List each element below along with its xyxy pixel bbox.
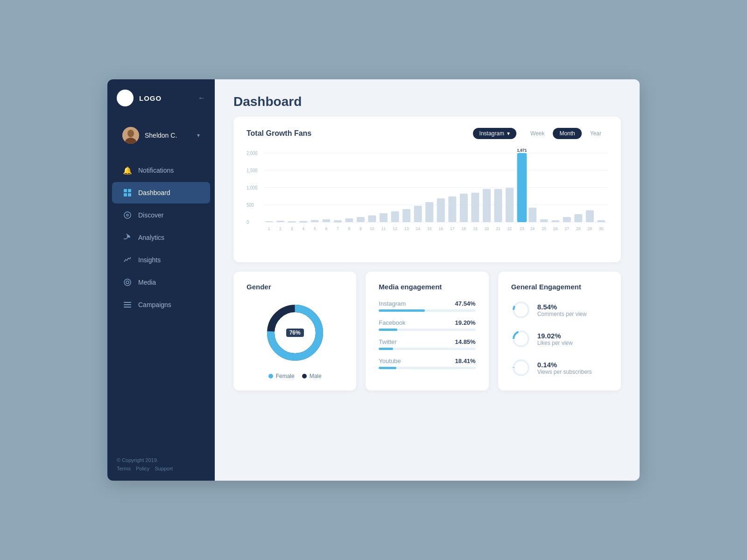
sidebar: LOGO ← Sheldon C. ▾ 🔔 Notifications (107, 79, 215, 481)
views-desc: Views per subscribers (537, 369, 592, 375)
instagram-label: Instagram (379, 300, 406, 307)
sidebar-item-dashboard[interactable]: Dashboard (112, 182, 210, 203)
svg-rect-50 (414, 206, 422, 222)
svg-point-7 (124, 212, 131, 218)
instagram-progress-bg (379, 309, 475, 312)
svg-rect-56 (448, 196, 456, 222)
logo-text: LOGO (139, 94, 192, 102)
sidebar-item-media[interactable]: Media (112, 272, 210, 293)
svg-text:1,671: 1,671 (517, 148, 527, 153)
youtube-label: Youtube (379, 357, 401, 364)
policy-link[interactable]: Policy (136, 466, 149, 471)
svg-text:19: 19 (473, 226, 478, 231)
analytics-icon (123, 233, 132, 242)
user-name: Sheldon C. (145, 132, 191, 139)
svg-rect-26 (276, 221, 284, 222)
sidebar-item-discover[interactable]: Discover (112, 204, 210, 226)
sidebar-footer: © Copyright 2019. Terms Policy Support (107, 448, 215, 481)
svg-text:16: 16 (439, 226, 444, 231)
main-header: Dashboard (215, 79, 640, 117)
bottom-cards: Gender 76% (233, 272, 621, 391)
week-filter-button[interactable]: Week (524, 128, 551, 139)
svg-text:4: 4 (302, 226, 304, 231)
svg-rect-68 (517, 153, 527, 222)
svg-text:1: 1 (268, 226, 270, 231)
support-link[interactable]: Support (155, 466, 173, 471)
svg-rect-79 (574, 214, 582, 222)
year-filter-button[interactable]: Year (584, 128, 608, 139)
svg-rect-11 (124, 302, 131, 303)
media-row-facebook: Facebook 19.20% (379, 319, 475, 331)
month-filter-button[interactable]: Month (553, 128, 581, 139)
svg-text:13: 13 (404, 226, 409, 231)
svg-rect-12 (124, 304, 131, 305)
gender-card: Gender 76% (233, 272, 356, 391)
svg-point-87 (514, 302, 529, 317)
legend: Female Male (268, 373, 322, 379)
likes-pct: 19.02% (537, 332, 573, 340)
sidebar-item-insights[interactable]: Insights (112, 249, 210, 271)
legend-male: Male (302, 373, 322, 379)
comments-pct: 8.54% (537, 303, 587, 311)
media-row-youtube: Youtube 18.41% (379, 357, 475, 369)
media-engagement-title: Media engagement (379, 283, 475, 291)
svg-text:500: 500 (247, 203, 254, 208)
svg-rect-81 (586, 210, 594, 223)
svg-text:8: 8 (348, 226, 351, 231)
svg-rect-24 (265, 221, 273, 222)
svg-text:3: 3 (291, 226, 293, 231)
svg-text:11: 11 (381, 226, 386, 231)
svg-text:0: 0 (247, 220, 249, 225)
youtube-value: 18.41% (455, 357, 476, 364)
views-pct: 0.14% (537, 361, 592, 369)
svg-rect-58 (460, 194, 468, 222)
svg-text:18: 18 (462, 226, 466, 231)
svg-rect-75 (551, 220, 559, 222)
app-container: LOGO ← Sheldon C. ▾ 🔔 Notifications (107, 79, 640, 481)
engagement-info-comments: 8.54% Comments per view (537, 303, 587, 317)
svg-rect-3 (124, 189, 127, 192)
male-dot (302, 374, 307, 378)
sidebar-item-analytics[interactable]: Analytics (112, 227, 210, 248)
platform-selector[interactable]: Instagram ▾ (473, 128, 516, 139)
bar-chart-area: 2,000 1,500 1,000 500 0 1 (247, 148, 608, 251)
media-icon (123, 278, 132, 287)
svg-rect-64 (494, 189, 502, 222)
svg-text:15: 15 (427, 226, 432, 231)
twitter-progress-fill (379, 348, 393, 350)
main-panel: Dashboard Total Growth Fans Instagram ▾ … (215, 79, 640, 481)
svg-text:1,500: 1,500 (247, 168, 258, 173)
facebook-progress-bg (379, 329, 475, 331)
likes-desc: Likes per view (537, 340, 573, 346)
svg-rect-71 (529, 208, 536, 222)
svg-point-8 (127, 214, 128, 216)
svg-text:22: 22 (507, 226, 512, 231)
svg-rect-60 (471, 193, 479, 222)
user-profile[interactable]: Sheldon C. ▾ (113, 120, 209, 150)
engagement-info-likes: 19.02% Likes per view (537, 332, 573, 346)
svg-point-10 (126, 281, 129, 284)
sidebar-label-campaigns: Campaigns (138, 301, 171, 308)
terms-link[interactable]: Terms (117, 466, 131, 471)
svg-text:20: 20 (485, 226, 489, 231)
engagement-item-views: 0.14% Views per subscribers (511, 358, 608, 378)
sidebar-label-discover: Discover (138, 211, 163, 219)
twitter-value: 14.85% (455, 338, 476, 345)
gender-title: Gender (247, 283, 343, 291)
sidebar-label-analytics: Analytics (138, 234, 164, 241)
growth-chart-card: Total Growth Fans Instagram ▾ Week Month… (233, 117, 621, 262)
time-filters: Week Month Year (524, 128, 608, 139)
sidebar-collapse-button[interactable]: ← (198, 94, 205, 102)
svg-rect-54 (437, 198, 445, 222)
media-engagement-card: Media engagement Instagram 47.54% (366, 272, 488, 391)
ring-views (511, 358, 531, 378)
svg-rect-36 (334, 220, 342, 223)
svg-rect-44 (380, 213, 388, 222)
legend-female: Female (268, 373, 295, 379)
svg-rect-34 (322, 219, 330, 222)
chart-title: Total Growth Fans (247, 129, 465, 138)
facebook-progress-fill (379, 329, 397, 331)
sidebar-item-notifications[interactable]: 🔔 Notifications (112, 160, 210, 181)
sidebar-item-campaigns[interactable]: Campaigns (112, 294, 210, 315)
svg-point-1 (127, 130, 134, 137)
